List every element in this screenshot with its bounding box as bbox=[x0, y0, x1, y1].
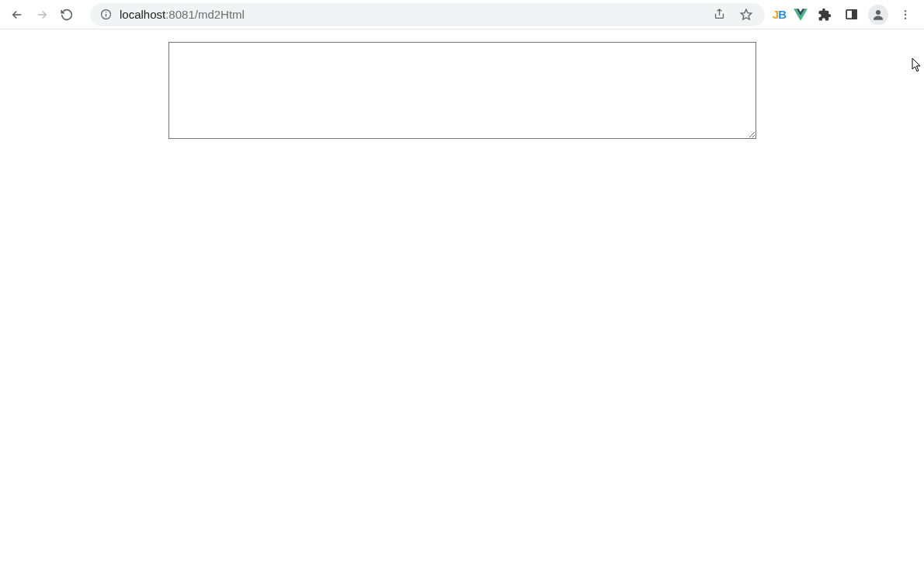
bookmark-star-icon[interactable] bbox=[737, 5, 756, 24]
jetbrains-extension-icon[interactable]: JB bbox=[773, 8, 786, 21]
browser-toolbar: localhost:8081/md2Html JB bbox=[0, 0, 924, 29]
share-icon[interactable] bbox=[710, 5, 729, 24]
svg-point-2 bbox=[105, 12, 106, 12]
reload-button[interactable] bbox=[56, 4, 78, 26]
reload-icon bbox=[60, 8, 74, 22]
svg-point-10 bbox=[905, 13, 906, 15]
svg-point-11 bbox=[905, 17, 906, 19]
svg-point-9 bbox=[905, 10, 906, 12]
forward-button[interactable] bbox=[31, 4, 53, 26]
page-content bbox=[0, 29, 924, 139]
url-text: localhost:8081/md2Html bbox=[120, 8, 703, 21]
markdown-input[interactable] bbox=[168, 42, 756, 139]
address-bar[interactable]: localhost:8081/md2Html bbox=[90, 3, 765, 26]
kebab-icon bbox=[899, 9, 912, 21]
arrow-left-icon bbox=[10, 8, 24, 22]
svg-rect-7 bbox=[852, 10, 856, 19]
profile-avatar[interactable] bbox=[868, 5, 888, 25]
svg-point-8 bbox=[876, 10, 881, 15]
back-button[interactable] bbox=[6, 4, 28, 26]
person-icon bbox=[871, 8, 885, 22]
vue-extension-icon[interactable] bbox=[794, 9, 808, 21]
toolbar-right: JB bbox=[773, 5, 918, 25]
site-info-icon[interactable] bbox=[99, 9, 112, 21]
extensions-icon[interactable] bbox=[815, 5, 834, 24]
menu-icon[interactable] bbox=[896, 5, 915, 24]
side-panel-icon[interactable] bbox=[842, 5, 860, 24]
arrow-right-icon bbox=[35, 8, 49, 22]
